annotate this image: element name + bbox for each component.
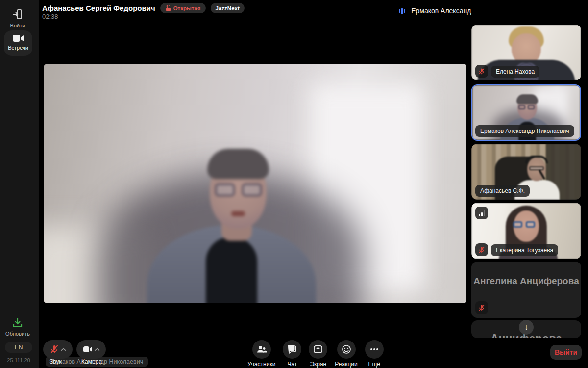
meetings-camera-icon [4, 34, 32, 43]
language-button[interactable]: EN [5, 342, 32, 353]
app-sidebar: Войти Встречи Обновить EN 25.111. [0, 0, 39, 368]
connection-quality-icon [475, 207, 488, 219]
open-meeting-badge: Открытая [160, 3, 206, 13]
meeting-header: Афанасьев Сергей Федорович Открытая Jazz… [42, 3, 245, 13]
participant-name: Екатерина Тогузаева [491, 244, 558, 256]
participant-name: Афанасьев С.Ф. [475, 185, 530, 197]
chat-icon [287, 344, 297, 354]
mic-muted-icon [475, 243, 488, 256]
chat-button[interactable]: Чат [283, 340, 301, 368]
mic-chevron-up-icon[interactable] [61, 348, 66, 351]
leave-button[interactable]: Выйти [550, 345, 582, 360]
camera-toggle-button[interactable] [76, 340, 106, 359]
stage-video-art [44, 64, 466, 303]
meetings-label: Встречи [4, 45, 32, 51]
more-button[interactable]: Ещё [365, 340, 384, 368]
camera-on-icon [83, 346, 93, 353]
login-icon [0, 8, 35, 21]
sidebar-item-meetings[interactable]: Встречи [4, 30, 32, 56]
jazz-meeting-window: Войти Встречи Обновить EN 25.111. [0, 0, 588, 368]
audio-activity-icon [399, 7, 405, 14]
participants-button[interactable]: Участники [247, 340, 275, 368]
meeting-toolbar: Участники Чат [247, 340, 384, 368]
scroll-down-icon[interactable]: ↓ [519, 320, 534, 335]
participant-name: Ангелина Анциферова [471, 273, 581, 289]
stage-video[interactable] [44, 64, 466, 303]
camera-label: Камера [81, 358, 102, 365]
meeting-timer: 02:38 [42, 13, 58, 20]
participant-tile[interactable]: Афанасьев С.Ф. [471, 144, 581, 200]
open-badge-label: Открытая [173, 5, 201, 11]
mic-muted-icon [475, 301, 488, 314]
more-dots-icon [370, 348, 379, 351]
participant-tile-partial[interactable]: Анциферова ↓ [471, 320, 581, 338]
reactions-smiley-icon [342, 344, 351, 354]
screen-share-button[interactable]: Экран [309, 340, 327, 368]
participant-tile-camera-off[interactable]: Ангелина Анциферова [471, 262, 581, 318]
sound-label: Звук [49, 358, 62, 365]
download-update-icon [0, 317, 35, 329]
reactions-button[interactable]: Реакции [335, 340, 357, 368]
participants-rail: Елена Нахова Ермаков Александр Николаеви… [471, 0, 588, 368]
participant-tile[interactable]: Екатерина Тогузаева [471, 203, 581, 259]
mic-muted-icon [475, 65, 488, 78]
participant-tile[interactable]: Елена Нахова [471, 25, 581, 80]
participant-name: Елена Нахова [491, 66, 539, 78]
participant-tile-active-speaker[interactable]: Ермаков Александр Николаевич [471, 84, 581, 141]
login-label: Войти [0, 23, 35, 28]
camera-chevron-up-icon[interactable] [95, 348, 100, 351]
open-lock-icon [165, 5, 171, 11]
update-label: Обновить [0, 331, 35, 337]
sidebar-item-update[interactable]: Обновить [0, 317, 35, 337]
product-badge: JazzNext [211, 3, 245, 13]
mic-muted-icon [50, 344, 59, 354]
screen-share-icon [313, 344, 323, 354]
participant-name: Ермаков Александр Николаевич [475, 125, 574, 137]
mic-toggle-button[interactable] [43, 340, 73, 359]
meeting-title: Афанасьев Сергей Федорович [42, 4, 155, 12]
sidebar-item-login[interactable]: Войти [0, 8, 35, 28]
participants-icon [256, 345, 267, 354]
app-version: 25.111.20 [0, 357, 37, 363]
